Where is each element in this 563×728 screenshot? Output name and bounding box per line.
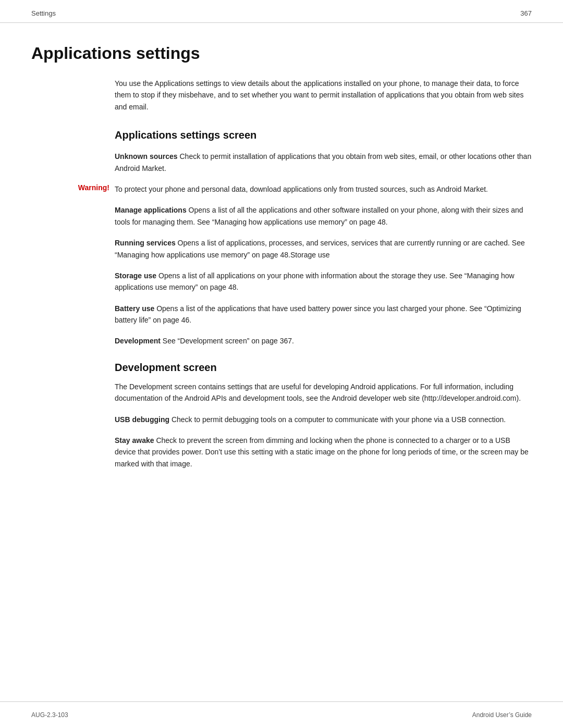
usb-debugging-title: USB debugging xyxy=(115,415,169,424)
warning-text: To protect your phone and personal data,… xyxy=(115,183,532,195)
battery-use-title: Battery use xyxy=(115,304,154,313)
development-title: Development xyxy=(115,337,161,345)
list-item: Running services Opens a list of applica… xyxy=(115,237,532,261)
list-item: Storage use Opens a list of all applicat… xyxy=(115,270,532,293)
list-item: USB debugging Check to permit debugging … xyxy=(115,414,532,425)
list-item: Unknown sources Check to permit installa… xyxy=(115,151,532,174)
storage-use-text: Opens a list of all applications on your… xyxy=(115,272,515,291)
list-item: Battery use Opens a list of the applicat… xyxy=(115,303,532,326)
content-area: Applications settings You use the Applic… xyxy=(0,23,563,510)
unknown-sources-title: Unknown sources xyxy=(115,152,178,161)
list-item: Manage applications Opens a list of all … xyxy=(115,204,532,228)
header-page-number: 367 xyxy=(520,9,532,17)
header-section-label: Settings xyxy=(31,9,56,17)
footer-bar: AUG-2.3-103 Android User’s Guide xyxy=(0,701,563,728)
development-text: See “Development screen” on page 367. xyxy=(161,337,294,345)
page-title: Applications settings xyxy=(31,44,532,63)
unknown-sources-text: Check to permit installation of applicat… xyxy=(115,152,531,172)
dev-intro: The Development screen contains settings… xyxy=(115,381,532,404)
stay-awake-title: Stay awake xyxy=(115,436,154,445)
manage-applications-title: Manage applications xyxy=(115,206,187,214)
stay-awake-text: Check to prevent the screen from dimming… xyxy=(115,436,529,468)
footer-guide-name: Android User’s Guide xyxy=(472,711,532,719)
usb-debugging-text: Check to permit debugging tools on a com… xyxy=(169,415,506,424)
battery-use-text: Opens a list of the applications that ha… xyxy=(115,304,521,324)
intro-paragraph: You use the Applications settings to vie… xyxy=(115,78,532,113)
section2-title: Development screen xyxy=(115,362,532,374)
page-container: Settings 367 Applications settings You u… xyxy=(0,0,563,728)
footer-doc-id: AUG-2.3-103 xyxy=(31,711,68,719)
running-services-title: Running services xyxy=(115,239,176,247)
section1-title: Applications settings screen xyxy=(115,129,532,141)
warning-block: Warning! To protect your phone and perso… xyxy=(63,183,532,195)
storage-use-title: Storage use xyxy=(115,272,156,280)
list-item: Development See “Development screen” on … xyxy=(115,335,532,347)
header-bar: Settings 367 xyxy=(0,0,563,23)
list-item: Stay awake Check to prevent the screen f… xyxy=(115,435,532,470)
warning-label: Warning! xyxy=(63,183,115,192)
running-services-text: Opens a list of applications, processes,… xyxy=(115,239,525,258)
